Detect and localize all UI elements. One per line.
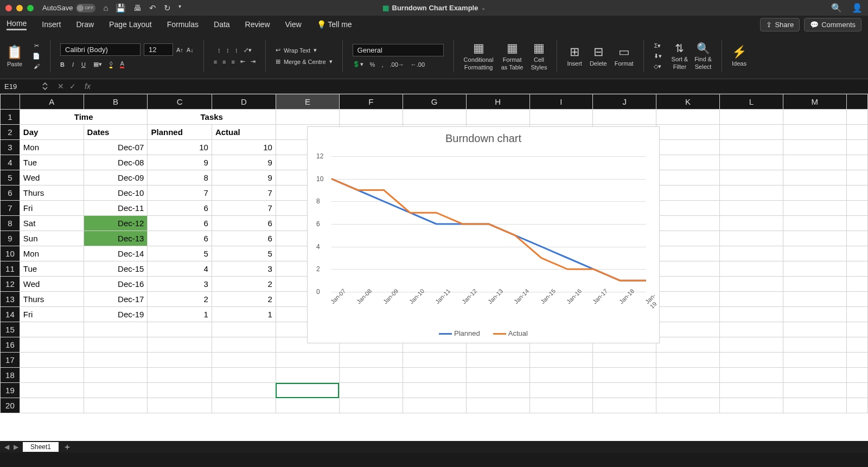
delete-cells-button[interactable]: ⊟Delete	[590, 45, 607, 67]
tell-me[interactable]: 💡 Tell me	[317, 20, 352, 29]
cell[interactable]	[656, 201, 720, 216]
cell[interactable]	[846, 261, 867, 277]
cell[interactable]	[212, 322, 276, 337]
cell[interactable]	[84, 337, 148, 353]
cell[interactable]	[403, 368, 466, 383]
cell[interactable]: 8	[148, 170, 212, 185]
cell[interactable]	[20, 322, 84, 337]
cell[interactable]	[719, 216, 783, 231]
cell[interactable]	[656, 398, 720, 413]
cell[interactable]	[276, 398, 339, 413]
font-size-select[interactable]: 12	[144, 43, 173, 56]
tab-review[interactable]: Review	[245, 20, 270, 29]
cell[interactable]	[656, 368, 720, 383]
align-right-icon[interactable]: ≡	[232, 59, 235, 65]
cell[interactable]	[846, 337, 867, 353]
cell[interactable]: Sun	[20, 231, 84, 246]
cell[interactable]	[656, 246, 720, 261]
cell[interactable]	[846, 140, 867, 155]
cell[interactable]	[656, 292, 720, 307]
align-middle-icon[interactable]: ⫶	[226, 47, 229, 54]
cell[interactable]	[846, 155, 867, 170]
cell[interactable]	[719, 125, 783, 140]
cell[interactable]: Dec-14	[84, 246, 148, 261]
add-sheet-button[interactable]: ＋	[63, 442, 72, 453]
cell[interactable]: 1	[148, 307, 212, 322]
row-header-3[interactable]: 3	[1, 140, 20, 155]
cell[interactable]	[339, 368, 403, 383]
name-box[interactable]: E19	[0, 82, 52, 91]
cell[interactable]	[403, 383, 466, 398]
cell[interactable]: Dec-10	[84, 185, 148, 201]
align-left-icon[interactable]: ≡	[214, 59, 217, 65]
cell[interactable]	[656, 322, 720, 337]
conditional-formatting-button[interactable]: ▦ConditionalFormatting	[464, 41, 494, 71]
cell[interactable]	[148, 322, 212, 337]
row-header-5[interactable]: 5	[1, 170, 20, 185]
cell[interactable]: 9	[212, 155, 276, 170]
cell[interactable]	[276, 368, 339, 383]
col-header-H[interactable]: H	[466, 94, 529, 110]
col-header-B[interactable]: B	[84, 94, 148, 110]
save-icon[interactable]: 💾	[116, 3, 126, 13]
col-header-I[interactable]: I	[529, 94, 593, 110]
more-icon[interactable]: ▾	[178, 3, 181, 13]
row-header-2[interactable]: 2	[1, 125, 20, 140]
cell[interactable]	[148, 337, 212, 353]
row-header-6[interactable]: 6	[1, 185, 20, 201]
cell[interactable]	[846, 277, 867, 292]
cell[interactable]: 6	[148, 216, 212, 231]
cell[interactable]	[783, 322, 846, 337]
cell[interactable]: 6	[212, 216, 276, 231]
cell[interactable]: 2	[212, 277, 276, 292]
cell[interactable]	[339, 110, 403, 125]
cell[interactable]	[783, 353, 846, 368]
cell[interactable]	[593, 383, 656, 398]
cell[interactable]	[276, 110, 339, 125]
home-icon[interactable]: ⌂	[103, 3, 108, 13]
cell[interactable]	[466, 398, 529, 413]
cell[interactable]	[212, 368, 276, 383]
cell[interactable]	[846, 398, 867, 413]
cell[interactable]	[846, 185, 867, 201]
cell[interactable]: Dec-16	[84, 277, 148, 292]
cell[interactable]	[719, 140, 783, 155]
cell[interactable]	[148, 383, 212, 398]
cell[interactable]	[84, 368, 148, 383]
cancel-formula-icon[interactable]: ✕	[58, 82, 64, 91]
cell[interactable]: Dec-13	[84, 231, 148, 246]
cell[interactable]: 4	[148, 261, 212, 277]
cell[interactable]	[783, 261, 846, 277]
cell[interactable]	[719, 110, 783, 125]
cell[interactable]	[783, 216, 846, 231]
account-icon[interactable]: 👤	[852, 3, 863, 13]
enter-formula-icon[interactable]: ✓	[69, 82, 76, 91]
copy-icon[interactable]: 📄	[33, 53, 40, 60]
col-header-D[interactable]: D	[212, 94, 276, 110]
cell[interactable]	[656, 185, 720, 201]
cell[interactable]	[719, 368, 783, 383]
bold-button[interactable]: B	[60, 61, 65, 68]
cell[interactable]: Dec-07	[84, 140, 148, 155]
close-window-button[interactable]	[5, 5, 12, 11]
cell[interactable]: Mon	[20, 140, 84, 155]
cell[interactable]: 3	[212, 261, 276, 277]
col-header-C[interactable]: C	[148, 94, 212, 110]
cell[interactable]	[529, 383, 593, 398]
cell[interactable]	[783, 185, 846, 201]
cell[interactable]	[212, 353, 276, 368]
cell[interactable]: Fri	[20, 201, 84, 216]
cell[interactable]	[846, 292, 867, 307]
cut-icon[interactable]: ✂	[34, 42, 39, 49]
insert-cells-button[interactable]: ⊞Insert	[567, 45, 582, 67]
cell[interactable]	[783, 110, 846, 125]
paste-button[interactable]: 📋 Paste	[7, 44, 23, 67]
row-header-12[interactable]: 12	[1, 277, 20, 292]
format-painter-icon[interactable]: 🖌	[34, 63, 40, 69]
cell[interactable]: Tue	[20, 155, 84, 170]
cell[interactable]	[593, 398, 656, 413]
cell[interactable]	[84, 322, 148, 337]
row-header-16[interactable]: 16	[1, 337, 20, 353]
cell[interactable]	[656, 216, 720, 231]
cell[interactable]: 6	[148, 201, 212, 216]
